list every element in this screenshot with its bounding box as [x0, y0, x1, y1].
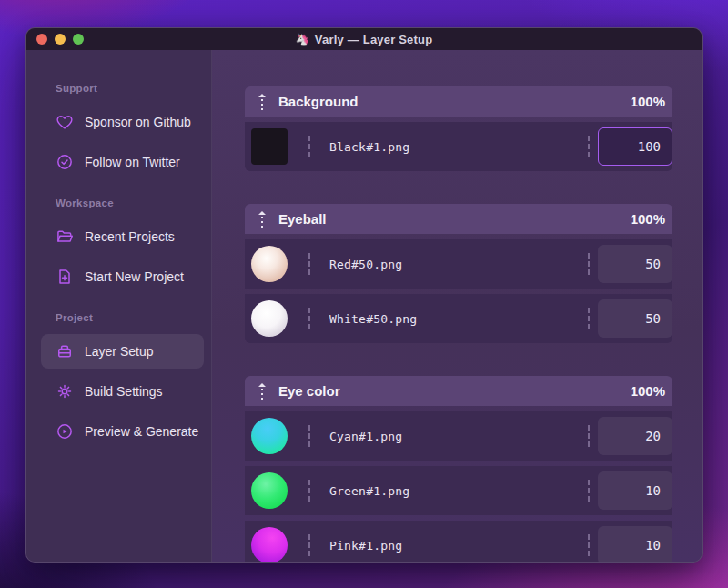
layer-filename: Cyan#1.png — [329, 430, 588, 443]
layer-group-name: Background — [278, 94, 359, 109]
sidebar-item-start-new-project[interactable]: Start New Project — [41, 259, 204, 294]
layer-weight-input[interactable] — [598, 417, 672, 455]
sidebar-section-label: Support — [41, 83, 204, 94]
traffic-lights — [36, 28, 84, 50]
window-title: 🦄 Varly — Layer Setup — [296, 33, 433, 46]
layer-group-name: Eye color — [278, 383, 340, 399]
layer-row-green-1-png: Green#1.png — [245, 466, 672, 515]
layer-thumbnail-black-square — [251, 128, 288, 165]
divider — [308, 308, 310, 329]
layer-row-red-50-png: Red#50.png — [245, 239, 672, 289]
layer-filename: Red#50.png — [329, 258, 588, 271]
play-circle-icon — [56, 422, 74, 441]
sidebar-item-label: Follow on Twitter — [85, 155, 180, 169]
sidebar-item-label: Recent Projects — [85, 229, 175, 244]
layer-weight-input[interactable] — [598, 526, 672, 562]
divider — [588, 253, 590, 275]
layer-row-white-50-png: White#50.png — [245, 294, 672, 343]
layer-group-weight: 100% — [631, 211, 665, 227]
divider — [588, 136, 590, 157]
layer-filename: White#50.png — [329, 312, 588, 326]
sidebar-section-label: Workspace — [41, 198, 204, 208]
sidebar-item-preview-generate[interactable]: Preview & Generate — [41, 414, 204, 449]
layer-group-header[interactable]: Background100% — [245, 86, 672, 117]
sidebar-item-label: Layer Setup — [85, 344, 154, 359]
sidebar-section-label: Project — [41, 312, 204, 323]
window-title-text: Varly — Layer Setup — [315, 33, 433, 46]
sidebar-item-recent-projects[interactable]: Recent Projects — [41, 219, 204, 254]
layer-group-background: Background100%Black#1.png — [245, 86, 672, 171]
zoom-button[interactable] — [73, 34, 84, 45]
layer-group-header[interactable]: Eyeball100% — [245, 204, 672, 234]
divider — [308, 136, 310, 157]
sidebar-section-support: SupportSponsor on GithubFollow on Twitte… — [41, 83, 204, 179]
title-bar[interactable]: 🦄 Varly — Layer Setup — [26, 28, 702, 50]
file-plus-icon — [56, 268, 74, 286]
layer-weight-input[interactable] — [598, 245, 672, 283]
close-button[interactable] — [36, 34, 47, 45]
sidebar-item-label: Build Settings — [85, 384, 163, 399]
sidebar-item-follow-on-twitter[interactable]: Follow on Twitter — [41, 145, 204, 179]
folder-icon — [56, 228, 74, 246]
divider — [588, 425, 590, 447]
heart-icon — [56, 113, 74, 131]
sidebar-item-layer-setup[interactable]: Layer Setup — [41, 334, 204, 369]
drag-handle-icon[interactable] — [258, 93, 267, 111]
divider — [308, 253, 310, 275]
sidebar-item-label: Preview & Generate — [85, 424, 198, 439]
drag-handle-icon[interactable] — [258, 382, 267, 400]
layer-thumbnail-red-sphere — [251, 246, 288, 282]
layers-icon — [56, 342, 74, 360]
layer-group-eyeball: Eyeball100%Red#50.pngWhite#50.png — [245, 204, 672, 343]
sidebar-item-sponsor-on-github[interactable]: Sponsor on Github — [41, 105, 204, 139]
layer-setup-panel: Background100%Black#1.pngEyeball100%Red#… — [212, 50, 702, 562]
layer-thumbnail-pink-sphere — [251, 527, 288, 562]
layer-weight-input[interactable] — [598, 127, 672, 166]
layer-row-black-1-png: Black#1.png — [245, 122, 672, 171]
layer-filename: Green#1.png — [329, 484, 588, 498]
gear-icon — [56, 382, 74, 400]
layer-group-header[interactable]: Eye color100% — [245, 376, 672, 406]
layer-row-cyan-1-png: Cyan#1.png — [245, 411, 672, 461]
layer-group-weight: 100% — [631, 383, 665, 399]
sidebar-item-build-settings[interactable]: Build Settings — [41, 374, 204, 409]
check-badge-icon — [56, 153, 74, 171]
layer-filename: Black#1.png — [329, 140, 588, 154]
sidebar-section-workspace: WorkspaceRecent ProjectsStart New Projec… — [41, 198, 204, 294]
unicorn-app-icon: 🦄 — [296, 33, 309, 46]
sidebar-section-project: ProjectLayer SetupBuild SettingsPreview … — [41, 312, 204, 449]
layer-thumbnail-white-sphere — [251, 300, 288, 337]
divider — [308, 425, 310, 447]
divider — [588, 534, 590, 556]
layer-group-eye-color: Eye color100%Cyan#1.pngGreen#1.pngPink#1… — [245, 376, 672, 562]
desktop-wallpaper: 🦄 Varly — Layer Setup SupportSponsor on … — [0, 0, 728, 588]
layer-filename: Pink#1.png — [329, 539, 588, 553]
layer-group-name: Eyeball — [278, 211, 327, 227]
app-window: 🦄 Varly — Layer Setup SupportSponsor on … — [25, 27, 703, 563]
layer-group-weight: 100% — [631, 94, 665, 109]
sidebar-item-label: Start New Project — [85, 269, 184, 284]
layer-thumbnail-cyan-sphere — [251, 418, 288, 454]
drag-handle-icon[interactable] — [258, 210, 267, 228]
sidebar-item-label: Sponsor on Github — [85, 115, 191, 129]
sidebar: SupportSponsor on GithubFollow on Twitte… — [26, 50, 212, 562]
divider — [308, 480, 310, 502]
divider — [588, 480, 590, 502]
divider — [588, 308, 590, 329]
layer-row-pink-1-png: Pink#1.png — [245, 521, 672, 562]
layer-weight-input[interactable] — [598, 471, 672, 510]
layer-thumbnail-green-sphere — [251, 472, 288, 509]
minimize-button[interactable] — [55, 34, 66, 45]
layer-weight-input[interactable] — [598, 299, 672, 338]
divider — [308, 534, 310, 556]
